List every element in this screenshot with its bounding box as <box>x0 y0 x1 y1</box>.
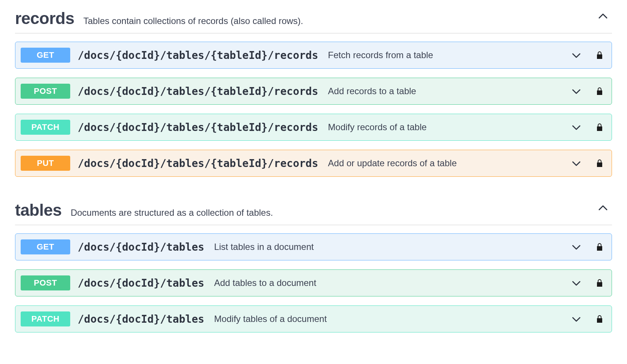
endpoint-row[interactable]: GET /docs/{docId}/tables List tables in … <box>15 233 612 260</box>
chevron-down-icon[interactable] <box>570 241 582 253</box>
endpoint-path: /docs/{docId}/tables/{tableId}/records <box>78 157 318 170</box>
endpoint-row[interactable]: PATCH /docs/{docId}/tables/{tableId}/rec… <box>15 114 612 141</box>
endpoint-path: /docs/{docId}/tables/{tableId}/records <box>78 49 318 62</box>
lock-icon[interactable] <box>594 158 605 168</box>
lock-icon[interactable] <box>594 50 605 60</box>
http-method-badge: POST <box>21 84 70 99</box>
chevron-down-icon[interactable] <box>570 121 582 133</box>
endpoint-row[interactable]: GET /docs/{docId}/tables/{tableId}/recor… <box>15 42 612 69</box>
lock-icon[interactable] <box>594 278 605 288</box>
lock-icon[interactable] <box>594 242 605 252</box>
endpoint-path: /docs/{docId}/tables <box>78 277 204 289</box>
chevron-up-icon[interactable] <box>597 11 609 23</box>
chevron-down-icon[interactable] <box>570 49 582 61</box>
endpoint-summary: Modify tables of a document <box>214 314 327 324</box>
endpoint-summary: List tables in a document <box>214 242 314 252</box>
section-title: records <box>15 9 74 28</box>
endpoint-path: /docs/{docId}/tables <box>78 241 204 253</box>
http-method-badge: GET <box>21 239 70 254</box>
endpoint-path: /docs/{docId}/tables/{tableId}/records <box>78 121 318 134</box>
section-description: Tables contain collections of records (a… <box>83 16 303 26</box>
section-title: tables <box>15 201 62 220</box>
endpoint-summary: Modify records of a table <box>328 122 427 132</box>
endpoint-summary: Add records to a table <box>328 86 416 96</box>
endpoint-row[interactable]: PUT /docs/{docId}/tables/{tableId}/recor… <box>15 150 612 177</box>
http-method-badge: PUT <box>21 156 70 171</box>
chevron-up-icon[interactable] <box>597 202 609 214</box>
http-method-badge: PATCH <box>21 120 70 135</box>
endpoint-row[interactable]: PATCH /docs/{docId}/tables Modify tables… <box>15 305 612 332</box>
chevron-down-icon[interactable] <box>570 313 582 325</box>
endpoint-path: /docs/{docId}/tables/{tableId}/records <box>78 85 318 98</box>
lock-icon[interactable] <box>594 314 605 324</box>
http-method-badge: GET <box>21 48 70 63</box>
lock-icon[interactable] <box>594 86 605 96</box>
http-method-badge: PATCH <box>21 311 70 326</box>
endpoint-summary: Add or update records of a table <box>328 158 457 168</box>
section-description: Documents are structured as a collection… <box>71 208 273 218</box>
endpoint-path: /docs/{docId}/tables <box>78 313 204 325</box>
section-header-records[interactable]: records Tables contain collections of re… <box>15 0 612 33</box>
endpoint-summary: Add tables to a document <box>214 278 316 288</box>
api-doc-page: records Tables contain collections of re… <box>0 0 627 356</box>
endpoint-summary: Fetch records from a table <box>328 50 433 60</box>
endpoint-row[interactable]: POST /docs/{docId}/tables Add tables to … <box>15 269 612 296</box>
chevron-down-icon[interactable] <box>570 85 582 97</box>
section-header-tables[interactable]: tables Documents are structured as a col… <box>15 192 612 225</box>
http-method-badge: POST <box>21 275 70 290</box>
lock-icon[interactable] <box>594 122 605 132</box>
chevron-down-icon[interactable] <box>570 157 582 169</box>
endpoint-row[interactable]: POST /docs/{docId}/tables/{tableId}/reco… <box>15 78 612 105</box>
chevron-down-icon[interactable] <box>570 277 582 289</box>
